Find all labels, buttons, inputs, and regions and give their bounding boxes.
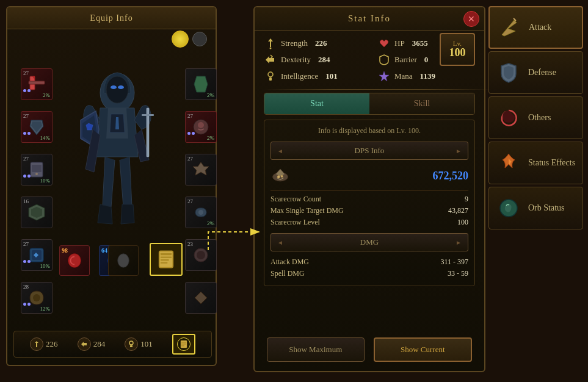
attack-label: Attack — [529, 23, 551, 32]
intelligence-entry: Intelligence 101 — [264, 70, 361, 83]
svg-point-36 — [268, 72, 273, 77]
bottom-buttons: Show Maximum Show Current — [255, 337, 484, 362]
gem-dots — [187, 132, 195, 135]
stat-item-strength: 226 — [30, 337, 58, 351]
equip-slot-right-6[interactable] — [185, 282, 217, 314]
character-area: 27 2% 27 14% 27 10% 16 27 10% — [13, 38, 224, 319]
intelligence-value: 101 — [325, 71, 338, 81]
book-icon — [156, 249, 176, 270]
strength-icon — [30, 337, 43, 351]
level-box: Lv. 100 — [440, 33, 475, 66]
item-icon — [192, 160, 210, 179]
dexterity-icon — [78, 337, 91, 351]
dps-row: 672,520 — [270, 166, 468, 186]
item-icon — [192, 289, 210, 307]
slot-level: 98 — [62, 247, 68, 254]
slot-bonus: 2% — [207, 92, 214, 98]
equip-slot-left-2[interactable]: 27 14% — [21, 111, 53, 143]
panel-defense-button[interactable]: Defense — [488, 51, 583, 94]
strength-entry: Strength 226 — [264, 37, 361, 50]
stat-item-dexterity: 284 — [78, 337, 106, 351]
item-icon — [192, 75, 210, 93]
stat-panel-title: Stat Info — [348, 13, 391, 24]
tab-skill[interactable]: Skill — [369, 93, 474, 114]
gem-dots — [23, 89, 31, 92]
arrow-indicator — [205, 226, 266, 256]
svg-point-17 — [198, 122, 204, 128]
scarecrow-count-label: Scarecrow Count — [270, 195, 321, 204]
attack-dmg-row: Attack DMG 311 - 397 — [270, 256, 468, 268]
slot-bonus: 2% — [207, 135, 214, 141]
stat-strength-value: 226 — [46, 339, 58, 349]
dexterity-entry: Dexterity 284 — [264, 53, 361, 67]
equip-slot-left-5[interactable]: 27 10% — [21, 239, 53, 271]
tab-stat[interactable]: Stat — [264, 93, 369, 114]
show-current-label: Show Current — [401, 345, 445, 355]
equip-slot-right-1[interactable]: 2% — [185, 68, 217, 100]
equip-slot-right-2[interactable]: 27 2% — [185, 111, 217, 143]
attack-icon — [496, 14, 523, 41]
item-icon — [27, 203, 46, 222]
orb-status-icon — [495, 195, 522, 222]
svg-rect-29 — [130, 345, 132, 347]
mana-value: 1139 — [420, 71, 435, 81]
max-dmg-value: 43,827 — [448, 206, 468, 215]
mana-stat-icon — [377, 70, 391, 83]
scarecrow-level-label: Scarecrow Level — [270, 218, 320, 227]
others-icon — [495, 104, 522, 131]
separator — [270, 190, 468, 191]
equip-slot-right-4[interactable]: 27 2% — [185, 196, 217, 228]
attack-dmg-value: 311 - 397 — [440, 258, 468, 267]
svg-rect-27 — [161, 262, 167, 264]
status-effects-icon — [495, 150, 522, 176]
equip-slot-left-1[interactable]: 27 2% — [21, 68, 53, 100]
level-note: Info is displayed based on Lv. 100. — [270, 126, 468, 135]
equip-slot-right-3[interactable]: 27 — [185, 154, 217, 186]
stat-bar: 226 284 101 — [13, 331, 212, 358]
slot-level: 27 — [23, 70, 29, 76]
svg-rect-32 — [181, 344, 186, 345]
others-label: Others — [528, 113, 551, 123]
stat-info-panel: Stat Info ✕ Lv. 100 Strength 226 HP 3655 — [253, 6, 485, 372]
stat-item-special[interactable] — [172, 334, 195, 355]
slot-bonus: 2% — [43, 92, 50, 98]
level-value: 100 — [449, 47, 466, 59]
equip-slot-left-6[interactable]: 28 12% — [21, 282, 53, 314]
panel-status-button[interactable]: Status Effects — [488, 142, 583, 184]
slot-level: 27 — [23, 113, 29, 119]
panel-attack-button[interactable]: Attack — [488, 6, 583, 49]
stat-intelligence-value: 101 — [140, 339, 153, 349]
slot-level: 23 — [187, 241, 193, 247]
scarecrow-count-row: Scarecrow Count 9 — [270, 193, 468, 205]
panel-orb-button[interactable]: Orb Status — [488, 187, 583, 229]
dps-value: 672,520 — [433, 170, 469, 182]
svg-rect-15 — [142, 114, 154, 116]
max-dmg-label: Max Single Target DMG — [270, 206, 344, 215]
show-maximum-button[interactable]: Show Maximum — [267, 337, 365, 362]
show-current-button[interactable]: Show Current — [374, 337, 473, 362]
stat-content: Info is displayed based on Lv. 100. DPS … — [264, 120, 475, 286]
dps-btn-label: DPS Info — [355, 146, 385, 156]
panel-others-button[interactable]: Others — [488, 96, 583, 139]
dmg-button[interactable]: DMG — [270, 233, 468, 251]
svg-rect-37 — [269, 77, 272, 81]
equip-slot-left-3[interactable]: 27 10% — [21, 154, 53, 186]
attack-dmg-label: Attack DMG — [270, 258, 309, 267]
equip-slot-left-4[interactable]: 16 — [21, 196, 53, 228]
int-stat-icon — [264, 70, 277, 83]
barrier-label: Barrier — [394, 55, 417, 65]
equip-slot-bottom-1[interactable]: 98 — [59, 245, 90, 276]
gem-dots — [23, 132, 31, 135]
item-icon — [115, 252, 132, 269]
svg-point-12 — [118, 85, 124, 89]
strength-label: Strength — [281, 38, 308, 48]
dps-info-button[interactable]: DPS Info — [270, 142, 468, 160]
intelligence-label: Intelligence — [281, 71, 318, 81]
equip-slot-highlight[interactable] — [150, 243, 183, 276]
spell-dmg-value: 33 - 59 — [448, 269, 468, 278]
close-button[interactable]: ✕ — [463, 11, 479, 27]
equip-slot-bottom-3[interactable] — [108, 245, 139, 276]
svg-rect-24 — [161, 253, 172, 255]
dps-icon — [270, 166, 290, 186]
svg-rect-33 — [181, 345, 184, 347]
